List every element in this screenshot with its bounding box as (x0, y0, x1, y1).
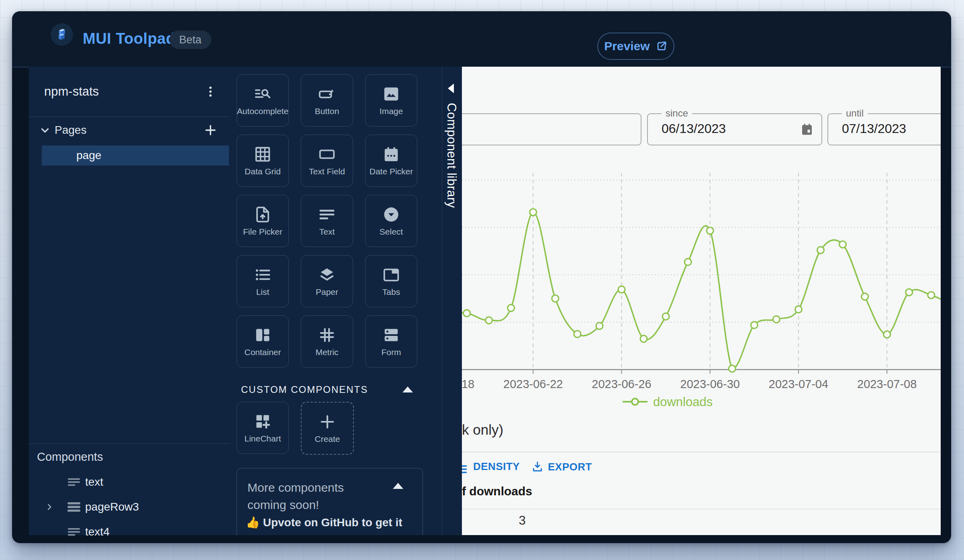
chart-legend: downloads (623, 395, 713, 409)
autocomplete-icon (253, 85, 272, 103)
divider (462, 452, 941, 452)
custom-tile-linechart[interactable]: LineChart (237, 402, 289, 454)
tree-item-label: text4 (85, 525, 110, 538)
tree-item-text4[interactable]: text4 (29, 521, 230, 542)
svg-text:2023-07-04: 2023-07-04 (769, 378, 828, 390)
chevron-right-icon[interactable] (44, 502, 55, 512)
component-tile-autocomplete[interactable]: Autocomplete (237, 74, 289, 127)
component-tile-image[interactable]: Image (365, 74, 417, 127)
calendar-icon[interactable] (800, 122, 814, 137)
divider (29, 444, 230, 444)
tile-label: Data Grid (245, 167, 281, 176)
until-date-field[interactable]: until 07/13/2023 (827, 113, 941, 145)
app-title: MUI Toolpad (83, 30, 176, 47)
since-field-value: 06/13/2023 (662, 121, 726, 136)
collapse-panel-arrow-icon[interactable] (448, 84, 454, 93)
toolpad-cube-icon (55, 28, 69, 41)
external-link-icon (656, 40, 668, 52)
component-tile-metric[interactable]: Metric (301, 315, 353, 368)
collapse-promo-button[interactable] (393, 483, 403, 489)
tile-label: File Picker (243, 227, 282, 237)
datepicker-icon (382, 145, 400, 164)
image-icon (382, 85, 400, 103)
project-menu-button[interactable] (201, 82, 220, 101)
tile-label: Form (382, 347, 401, 357)
tile-label: List (256, 287, 270, 297)
component-tile-data-grid[interactable]: Data Grid (237, 135, 289, 187)
sidebar-item-page[interactable]: page (42, 145, 229, 166)
app-header: MUI Toolpad Beta Preview (12, 11, 951, 67)
component-library-strip: Component library (442, 67, 462, 535)
component-tile-text[interactable]: Text (301, 195, 353, 247)
datagrid-icon (253, 145, 272, 164)
toolpad-app-window: MUI Toolpad Beta Preview npm-stats Pages (12, 11, 951, 543)
tree-item-text[interactable]: text (29, 472, 230, 493)
export-button-label: EXPORT (548, 461, 592, 473)
component-tile-text-field[interactable]: Text Field (301, 135, 353, 187)
tile-label: Create (315, 434, 340, 444)
component-library-panel: Autocomplete Button Image Data Grid Text… (230, 67, 462, 535)
collapse-custom-section-button[interactable] (402, 386, 413, 392)
custom-components-label: CUSTOM COMPONENTS (241, 384, 368, 395)
textfield-icon (318, 145, 336, 164)
chevron-down-icon[interactable] (38, 123, 52, 137)
tile-label: Date Picker (370, 167, 413, 176)
metric-icon (318, 326, 336, 344)
svg-text:2023-06-18: 2023-06-18 (462, 378, 474, 390)
component-tile-file-picker[interactable]: File Picker (237, 195, 289, 247)
button-icon (318, 85, 336, 103)
svg-text:2023-06-30: 2023-06-30 (680, 378, 740, 390)
add-page-button[interactable] (202, 121, 219, 139)
density-button[interactable]: DENSITY (473, 460, 520, 473)
tree-item-label: pageRow3 (85, 501, 139, 513)
tile-label: Metric (315, 347, 338, 357)
pages-section-label: Pages (55, 124, 86, 137)
component-tile-form[interactable]: Form (365, 315, 417, 368)
container-icon (253, 326, 272, 344)
tile-label: Container (244, 347, 281, 357)
since-date-field[interactable]: since 06/13/2023 (647, 113, 822, 145)
kebab-menu-icon (204, 85, 217, 98)
filepicker-icon (253, 205, 272, 224)
project-name: npm-stats (44, 84, 99, 99)
preview-button[interactable]: Preview (597, 33, 674, 60)
downloads-line-chart[interactable]: 2023-06-182023-06-222023-06-262023-06-30… (462, 161, 941, 426)
datagrid-toolbar: DENSITY EXPORT (462, 460, 941, 478)
component-tile-tabs[interactable]: Tabs (365, 255, 417, 307)
select-icon (382, 205, 400, 224)
beta-badge: Beta (170, 31, 211, 49)
components-section-label: Components (37, 450, 103, 464)
tree-item-pageRow3[interactable]: pageRow3 (29, 497, 230, 517)
mui-toolpad-logo[interactable] (51, 23, 73, 46)
preview-button-label: Preview (604, 39, 649, 53)
page-canvas: since 06/13/2023 until 07/13/2023 2023-0… (462, 67, 941, 535)
tile-label: Paper (316, 287, 338, 297)
svg-text:downloads: downloads (653, 395, 713, 409)
triangle-up-icon (393, 483, 403, 489)
text-icon (318, 205, 336, 224)
component-tile-select[interactable]: Select (365, 195, 417, 247)
tile-label: LineChart (244, 434, 281, 444)
component-tile-paper[interactable]: Paper (301, 255, 353, 307)
component-tile-button[interactable]: Button (301, 74, 353, 127)
custom-tile-create[interactable]: Create (301, 402, 354, 455)
component-library-title: Component library (444, 103, 459, 208)
page-item-label: page (76, 149, 101, 162)
until-field-value: 07/13/2023 (842, 121, 906, 136)
component-tile-container[interactable]: Container (237, 315, 289, 368)
datagrid-cell[interactable]: 3 (510, 513, 534, 528)
project-row: npm-stats (29, 67, 230, 117)
svg-text:2023-07-08: 2023-07-08 (857, 378, 917, 390)
component-tile-list[interactable]: List (237, 255, 289, 307)
component-tile-date-picker[interactable]: Date Picker (365, 135, 417, 187)
query-text-field[interactable] (462, 113, 641, 145)
upvote-github-link[interactable]: 👍 Upvote on GitHub to get it (246, 516, 415, 529)
tile-label: Text Field (309, 167, 345, 176)
export-button[interactable]: EXPORT (531, 460, 592, 473)
form-icon (382, 326, 400, 344)
list-icon (253, 266, 272, 284)
explorer-sidebar: npm-stats Pages page Components text pag… (29, 67, 230, 535)
datagrid-column-header[interactable]: f downloads (462, 484, 532, 498)
plus-icon (318, 413, 337, 431)
svg-text:2023-06-22: 2023-06-22 (503, 378, 563, 390)
